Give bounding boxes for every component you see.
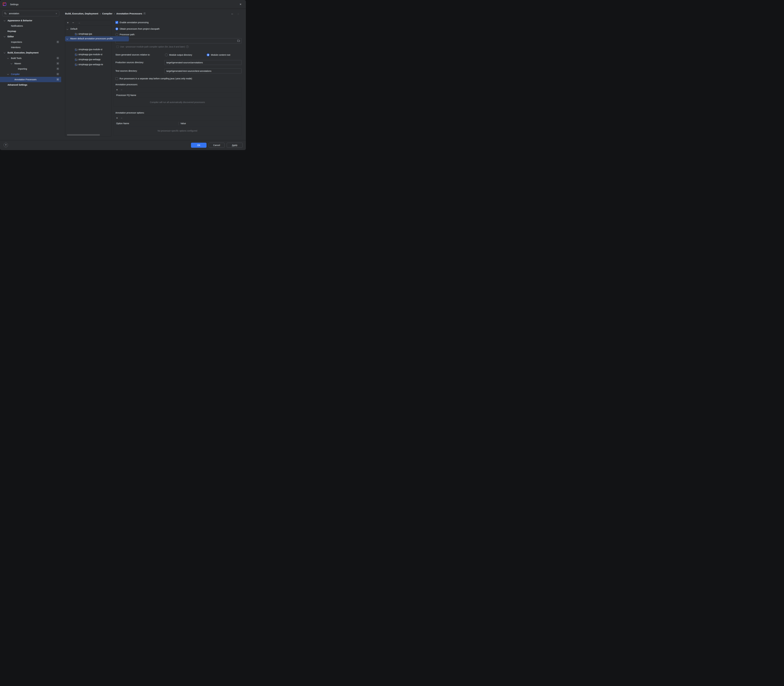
use-processor-module-path-checkbox[interactable]: Use --processor-module-path compiler opt… (116, 45, 189, 48)
add-option-icon[interactable]: + (116, 116, 118, 121)
configurable-marker-icon (57, 62, 59, 64)
help-button[interactable]: ? (3, 143, 8, 147)
sidebar-item-maven[interactable]: Maven (0, 61, 63, 66)
enable-annotation-processing-checkbox[interactable]: Enable annotation processing (115, 21, 149, 24)
ok-button[interactable]: OK (191, 143, 206, 148)
production-sources-field[interactable]: target\generated-sources\annotations (164, 60, 242, 65)
annotation-processors-table: + − Processor FQ Name Compiler will run … (113, 87, 242, 107)
breadcrumb-segment[interactable]: Build, Execution, Deployment (65, 12, 98, 15)
sidebar-item-annotation-processors[interactable]: Annotation Processors (0, 77, 61, 82)
tree-item-maven-default-profile-selected[interactable]: Maven default annotation processors prof… (65, 36, 129, 41)
chevron-down-icon[interactable] (7, 57, 9, 59)
search-value: annotation (9, 12, 19, 15)
store-generated-sources-label: Store generated sources relative to: (115, 54, 150, 56)
module-icon (75, 33, 77, 35)
run-processors-separate-step-checkbox[interactable]: Run processors in a separate step before… (115, 77, 192, 80)
annotation-processor-options-label: Annotation processor options: (115, 111, 144, 114)
options-table-body[interactable]: No processor-specific options configured (114, 126, 241, 135)
sidebar-item-appearance-behavior[interactable]: Appearance & Behavior (0, 18, 63, 23)
test-sources-label: Test sources directory: (115, 70, 137, 72)
footer-divider (0, 140, 246, 140)
processor-path-field[interactable] (115, 38, 242, 43)
sidebar-item-editor[interactable]: Editor (0, 34, 63, 39)
sidebar-item-build-execution-deployment[interactable]: Build, Execution, Deployment (0, 50, 63, 56)
module-icon (75, 59, 77, 61)
move-to-profile-icon[interactable]: → (78, 20, 80, 25)
folder-icon[interactable] (237, 39, 240, 42)
dialog-title: Settings (10, 3, 18, 6)
column-header: Processor FQ Name (116, 94, 136, 96)
checkbox-unchecked-icon (115, 77, 118, 80)
chevron-down-icon[interactable] (3, 36, 5, 37)
sidebar-item-advanced-settings[interactable]: Advanced Settings (0, 82, 63, 88)
sidebar-item-build-tools[interactable]: Build Tools (0, 56, 63, 61)
search-input[interactable]: annotation ✕ (2, 11, 59, 16)
visible-on-screen-icon (144, 13, 145, 15)
settings-dialog: IJ Settings ✕ annotation ✕ Appearance & … (0, 0, 246, 150)
chevron-down-icon[interactable] (3, 52, 5, 53)
sidebar-item-importing[interactable]: Importing (0, 66, 63, 72)
tree-item-module[interactable]: simpleapp-jpa-module-si (65, 52, 111, 57)
radio-selected-icon (115, 28, 118, 30)
breadcrumb-segment[interactable]: Compiler (102, 12, 113, 15)
clear-search-icon[interactable]: ✕ (56, 12, 57, 15)
obtain-from-classpath-radio[interactable]: Obtain processors from project classpath (115, 27, 160, 31)
horizontal-scrollbar[interactable] (67, 134, 100, 136)
sidebar-item-compiler[interactable]: Compiler (0, 72, 63, 77)
processors-table-header: Processor FQ Name (114, 93, 241, 98)
module-icon (75, 54, 77, 56)
breadcrumb-separator: › (113, 12, 116, 15)
module-icon (75, 49, 77, 51)
back-icon[interactable]: ← (230, 12, 234, 15)
configurable-marker-icon (57, 73, 59, 75)
processor-path-radio[interactable]: Processor path: (115, 33, 135, 36)
sidebar-item-intentions[interactable]: Intentions (0, 45, 63, 50)
radio-selected-icon (207, 54, 209, 56)
search-icon (4, 12, 7, 15)
module-content-root-radio[interactable]: Module content root (207, 53, 230, 57)
sidebar-item-inspections[interactable]: Inspections (0, 39, 63, 45)
close-icon[interactable]: ✕ (238, 2, 243, 7)
tree-item-module[interactable]: simpleapp-jpa-module-si (65, 47, 111, 52)
add-processor-icon[interactable]: + (116, 87, 118, 92)
chevron-down-icon[interactable] (66, 38, 68, 39)
forward-icon[interactable]: → (236, 12, 240, 15)
apply-button[interactable]: Apply (227, 143, 243, 148)
checkbox-checked-icon (115, 21, 118, 24)
tree-item-default-profile[interactable]: Default (65, 26, 111, 31)
module-output-directory-radio[interactable]: Module output directory (165, 53, 192, 57)
add-profile-icon[interactable]: + (67, 20, 69, 25)
breadcrumb-segment[interactable]: Annotation Processors (116, 12, 142, 15)
chevron-down-icon[interactable] (3, 20, 5, 21)
configurable-marker-icon (57, 41, 59, 43)
annotation-processors-label: Annotation processors: (115, 83, 138, 86)
column-header: Option Name (116, 122, 129, 125)
remove-option-icon[interactable]: − (121, 116, 122, 121)
remove-processor-icon[interactable]: − (121, 87, 122, 92)
help-icon[interactable]: ? (186, 46, 189, 48)
checkbox-unchecked-icon (116, 46, 119, 48)
radio-unselected-icon (165, 54, 168, 56)
cancel-button[interactable]: Cancel (209, 143, 225, 148)
profiles-toolbar: + − → (65, 20, 111, 25)
tree-item-module[interactable]: simpleapp-jpa-webapp-te (65, 62, 111, 67)
processors-table-body[interactable]: Compiler will run all automatically disc… (114, 98, 241, 107)
tree-item-module[interactable]: simpleapp-jpa (65, 31, 111, 36)
module-icon (75, 64, 77, 66)
chevron-down-icon[interactable] (67, 28, 68, 30)
breadcrumb: Build, Execution, Deployment › Compiler … (65, 11, 145, 16)
chevron-down-icon[interactable] (10, 62, 12, 64)
profiles-tree: Default simpleapp-jpa simpleapp-jpa-modu… (65, 25, 111, 136)
breadcrumb-separator: › (98, 12, 102, 15)
chevron-down-icon[interactable] (7, 73, 9, 75)
processors-table-toolbar: + − (114, 87, 241, 93)
sidebar-item-keymap[interactable]: Keymap (0, 29, 63, 34)
configurable-marker-icon (57, 57, 59, 59)
sidebar-item-notifications[interactable]: Notifications (0, 23, 63, 29)
intellij-logo-icon: IJ (3, 3, 6, 6)
tree-item-module[interactable]: simpleapp-jpa-webapp (65, 57, 111, 62)
test-sources-field[interactable]: target\generated-test-sources\test-annot… (164, 69, 242, 74)
remove-profile-icon[interactable]: − (72, 20, 74, 25)
configurable-marker-icon (57, 78, 59, 80)
production-sources-label: Production sources directory: (115, 61, 144, 64)
